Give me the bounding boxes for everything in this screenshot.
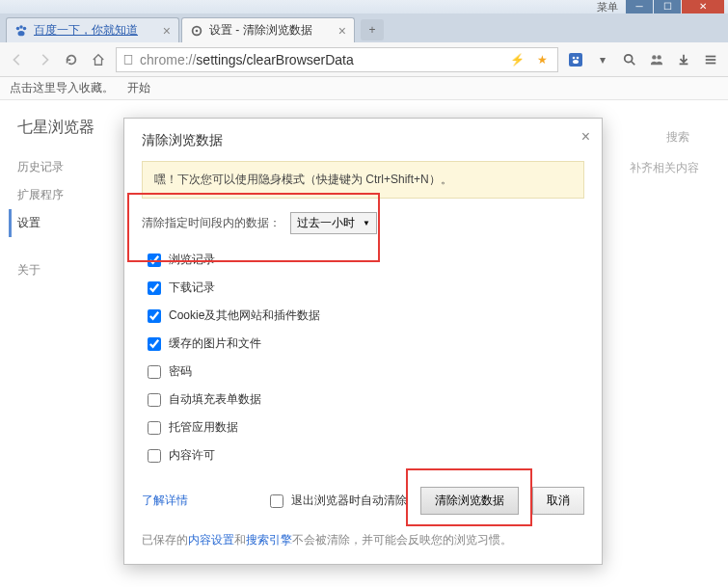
bookmark-start[interactable]: 开始	[127, 80, 150, 96]
svg-point-9	[577, 56, 580, 59]
checkbox[interactable]	[148, 393, 161, 407]
check-row[interactable]: 缓存的图片和文件	[142, 330, 584, 358]
check-label: 浏览记录	[169, 252, 215, 268]
import-bookmarks-hint[interactable]: 点击这里导入收藏。	[10, 80, 114, 96]
forward-button[interactable]	[35, 50, 54, 69]
svg-point-8	[573, 56, 576, 59]
period-label: 清除指定时间段内的数据：	[142, 215, 281, 231]
sidebar-item[interactable]: 历史记录	[17, 153, 111, 181]
check-row[interactable]: 内容许可	[142, 441, 584, 469]
dropdown-icon[interactable]: ▾	[593, 50, 612, 69]
period-row: 清除指定时间段内的数据： 过去一小时 ▼	[142, 212, 584, 234]
paw-icon[interactable]	[566, 50, 585, 69]
checkbox[interactable]	[148, 449, 161, 463]
tab-title: 设置 - 清除浏览数据	[209, 22, 312, 39]
svg-point-3	[18, 31, 25, 36]
check-row[interactable]: 自动填充表单数据	[142, 386, 584, 414]
window-maximize-button[interactable]: ☐	[654, 0, 681, 13]
titlebar-menu[interactable]: 菜单	[597, 0, 618, 14]
checkbox[interactable]	[148, 337, 161, 351]
dialog-footer: 了解详情 退出浏览器时自动清除 清除浏览数据 取消	[142, 487, 584, 515]
window-minimize-button[interactable]: ─	[626, 0, 653, 13]
exit-clear-checkbox[interactable]	[270, 494, 283, 508]
svg-point-1	[19, 25, 23, 29]
check-row[interactable]: Cookie及其他网站和插件数据	[142, 302, 584, 330]
exit-clear-label: 退出浏览器时自动清除	[291, 493, 407, 509]
period-select[interactable]: 过去一小时 ▼	[290, 212, 377, 234]
sidebar-item[interactable]: 设置	[9, 209, 111, 237]
content-settings-link[interactable]: 内容设置	[188, 533, 234, 547]
svg-line-12	[632, 61, 635, 65]
toolbar: chrome://settings/clearBrowserData ⚡ ★ ▾	[0, 42, 728, 77]
dialog-title: 清除浏览数据	[142, 132, 584, 149]
checkbox[interactable]	[148, 421, 161, 435]
home-button[interactable]	[89, 50, 108, 69]
tab-strip: 百度一下，你就知道 × 设置 - 清除浏览数据 × +	[0, 13, 728, 42]
menu-icon[interactable]	[701, 50, 720, 69]
bookmark-star-icon[interactable]: ★	[532, 50, 552, 69]
tab-settings[interactable]: 设置 - 清除浏览数据 ×	[181, 17, 355, 42]
page-icon	[122, 54, 134, 66]
check-label: 托管应用数据	[169, 419, 238, 436]
tab-baidu[interactable]: 百度一下，你就知道 ×	[6, 17, 179, 42]
browser-brand: 七星浏览器	[17, 118, 111, 138]
check-row[interactable]: 密码	[142, 358, 584, 386]
paw-icon	[14, 24, 28, 38]
bg-text: 补齐相关内容	[630, 160, 699, 176]
check-label: 自动填充表单数据	[169, 391, 261, 408]
saved-note: 已保存的内容设置和搜索引擎不会被清除，并可能会反映您的浏览习惯。	[142, 532, 584, 548]
window-close-button[interactable]: ✕	[682, 0, 724, 13]
svg-rect-6	[124, 55, 132, 64]
settings-sidebar: 七星浏览器 历史记录扩展程序设置关于	[0, 100, 111, 587]
tab-title: 百度一下，你就知道	[34, 22, 138, 39]
check-row[interactable]: 浏览记录	[142, 246, 584, 274]
address-bar[interactable]: chrome://settings/clearBrowserData ⚡ ★	[116, 47, 558, 72]
cancel-button[interactable]: 取消	[532, 487, 584, 515]
users-icon[interactable]	[647, 50, 666, 69]
bookmarks-bar: 点击这里导入收藏。 开始	[0, 77, 728, 100]
checkbox[interactable]	[148, 253, 161, 267]
check-label: 下载记录	[169, 280, 215, 296]
exit-clear-checkbox-row[interactable]: 退出浏览器时自动清除	[270, 493, 407, 509]
period-value: 过去一小时	[297, 215, 355, 231]
incognito-tip: 嘿！下次您可以使用隐身模式（快捷键为 Ctrl+Shift+N）。	[142, 161, 584, 199]
search-icon[interactable]	[620, 50, 639, 69]
checkbox[interactable]	[148, 281, 161, 295]
search-placeholder-bg: 搜索	[666, 129, 689, 146]
svg-point-14	[657, 55, 661, 59]
gear-icon	[190, 24, 203, 38]
reload-button[interactable]	[62, 50, 81, 69]
svg-point-0	[16, 26, 20, 30]
tab-close-icon[interactable]: ×	[338, 23, 346, 39]
checkbox[interactable]	[148, 365, 161, 379]
url-text: chrome://settings/clearBrowserData	[140, 52, 501, 67]
chevron-down-icon: ▼	[363, 219, 370, 227]
check-label: Cookie及其他网站和插件数据	[169, 307, 320, 324]
check-row[interactable]: 下载记录	[142, 274, 584, 302]
svg-point-10	[573, 60, 579, 64]
tab-close-icon[interactable]: ×	[163, 23, 171, 39]
sidebar-item[interactable]: 关于	[17, 256, 111, 284]
check-label: 内容许可	[169, 447, 215, 464]
flash-icon[interactable]: ⚡	[507, 50, 526, 69]
svg-point-13	[652, 55, 656, 59]
check-row[interactable]: 托管应用数据	[142, 414, 584, 441]
clear-browsing-data-dialog: 清除浏览数据 × 嘿！下次您可以使用隐身模式（快捷键为 Ctrl+Shift+N…	[123, 118, 603, 565]
check-label: 缓存的图片和文件	[169, 335, 261, 352]
new-tab-button[interactable]: +	[361, 19, 384, 40]
checkbox[interactable]	[148, 309, 161, 323]
back-button[interactable]	[8, 50, 27, 69]
search-engine-link[interactable]: 搜索引擎	[246, 533, 292, 547]
check-label: 密码	[169, 363, 192, 380]
svg-point-2	[23, 26, 27, 30]
dialog-close-button[interactable]: ×	[581, 128, 590, 146]
svg-point-11	[625, 54, 633, 62]
svg-point-5	[196, 29, 199, 32]
download-icon[interactable]	[674, 50, 693, 69]
sidebar-item[interactable]: 扩展程序	[17, 181, 111, 209]
window-titlebar: 菜单 ─ ☐ ✕	[0, 0, 728, 13]
learn-more-link[interactable]: 了解详情	[142, 493, 188, 509]
clear-data-button[interactable]: 清除浏览数据	[420, 487, 519, 515]
